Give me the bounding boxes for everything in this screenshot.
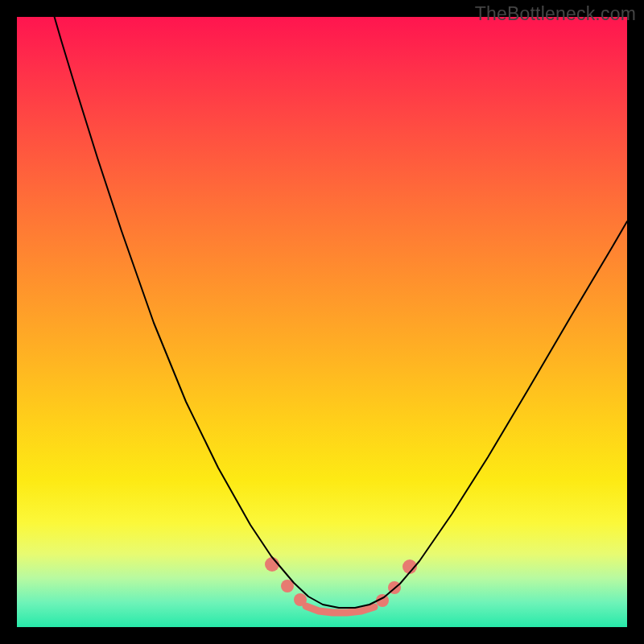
markers-group <box>265 557 417 607</box>
watermark-text: TheBottleneck.com <box>475 3 636 25</box>
marker-band <box>306 606 374 613</box>
marker-band-core <box>306 606 374 613</box>
bottleneck-curve <box>54 17 627 608</box>
chart-svg <box>17 17 627 627</box>
marker-left-lower <box>294 593 307 606</box>
plot-area <box>17 17 627 627</box>
chart-frame: TheBottleneck.com <box>0 0 644 644</box>
marker-left-mid <box>281 580 294 592</box>
marker-right-lower <box>376 594 389 607</box>
marker-right-upper <box>402 559 417 574</box>
marker-left-upper <box>265 557 279 572</box>
marker-right-mid <box>388 581 401 594</box>
